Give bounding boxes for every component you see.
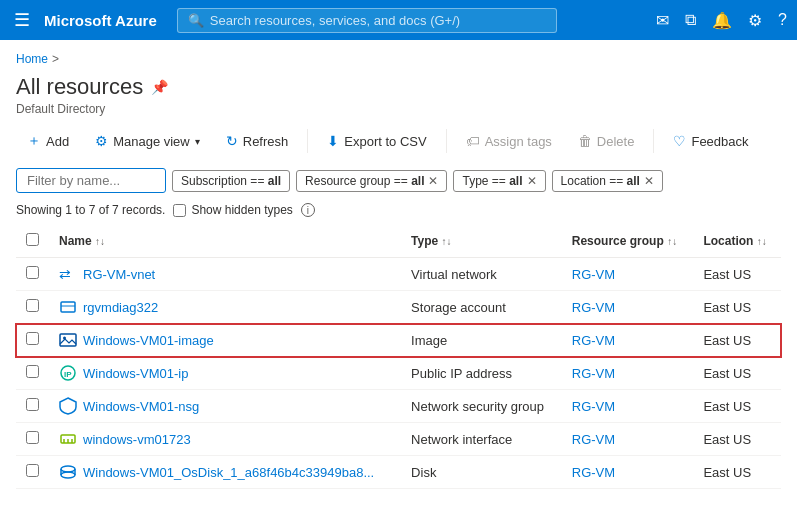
svg-point-11 [61, 466, 75, 472]
feedback-button[interactable]: ♡ Feedback [662, 127, 759, 155]
show-hidden-label[interactable]: Show hidden types [173, 203, 292, 217]
location-filter-tag[interactable]: Location == all ✕ [552, 170, 663, 192]
row-checkbox-cell-2[interactable] [16, 324, 49, 357]
name-sort-icon: ↑↓ [95, 236, 105, 247]
feedback-icon: ♡ [673, 133, 686, 149]
row-location-cell-6: East US [693, 456, 781, 489]
resource-group-link-0[interactable]: RG-VM [572, 267, 615, 282]
resource-name-link-2[interactable]: Windows-VM01-image [83, 333, 214, 348]
row-rg-cell-4: RG-VM [562, 390, 694, 423]
resource-name-link-3[interactable]: Windows-VM01-ip [83, 366, 188, 381]
row-name-cell-6: Windows-VM01_OsDisk_1_a68f46b4c33949ba8.… [49, 456, 401, 489]
resource-group-filter-label: Resource group == all [305, 174, 424, 188]
row-location-cell-2: East US [693, 324, 781, 357]
export-icon: ⬇ [327, 133, 339, 149]
resource-group-link-2[interactable]: RG-VM [572, 333, 615, 348]
search-input[interactable] [210, 13, 546, 28]
svg-rect-3 [60, 334, 76, 346]
main-content: Home > All resources 📌 Default Directory… [0, 40, 797, 521]
resource-type-icon-5 [59, 430, 77, 448]
manage-view-button[interactable]: ⚙ Manage view ▾ [84, 127, 211, 155]
select-all-checkbox[interactable] [26, 233, 39, 246]
row-location-cell-1: East US [693, 291, 781, 324]
column-rg-label: Resource group [572, 234, 667, 248]
export-csv-button[interactable]: ⬇ Export to CSV [316, 127, 437, 155]
table-row: Windows-VM01-nsg Network security group … [16, 390, 781, 423]
row-checkbox-cell-0[interactable] [16, 258, 49, 291]
assign-tags-button[interactable]: 🏷 Assign tags [455, 127, 563, 155]
svg-text:IP: IP [64, 370, 72, 379]
portal-icon[interactable]: ⧉ [685, 11, 696, 29]
location-filter-close[interactable]: ✕ [644, 174, 654, 188]
row-type-cell-5: Network interface [401, 423, 562, 456]
row-name-cell-5: windows-vm01723 [49, 423, 401, 456]
table-row: ⇄ RG-VM-vnet Virtual network RG-VM East … [16, 258, 781, 291]
row-checkbox-cell-5[interactable] [16, 423, 49, 456]
column-type[interactable]: Type ↑↓ [401, 225, 562, 258]
subscription-filter-label: Subscription == all [181, 174, 281, 188]
resource-type-icon-0: ⇄ [59, 265, 77, 283]
toolbar-separator-2 [446, 129, 447, 153]
global-search[interactable]: 🔍 [177, 8, 557, 33]
resource-group-link-3[interactable]: RG-VM [572, 366, 615, 381]
row-checkbox-cell-1[interactable] [16, 291, 49, 324]
toolbar: ＋ Add ⚙ Manage view ▾ ↻ Refresh ⬇ Export… [16, 126, 781, 156]
row-location-cell-4: East US [693, 390, 781, 423]
resource-group-link-6[interactable]: RG-VM [572, 465, 615, 480]
hamburger-icon[interactable]: ☰ [10, 5, 34, 35]
resource-name-link-6[interactable]: Windows-VM01_OsDisk_1_a68f46b4c33949ba8.… [83, 465, 374, 480]
row-checkbox-1[interactable] [26, 299, 39, 312]
row-checkbox-5[interactable] [26, 431, 39, 444]
svg-rect-1 [61, 302, 75, 312]
type-filter-close[interactable]: ✕ [527, 174, 537, 188]
bell-icon[interactable]: 🔔 [712, 11, 732, 30]
resource-type-icon-6 [59, 463, 77, 481]
resource-group-filter-tag[interactable]: Resource group == all ✕ [296, 170, 447, 192]
row-checkbox-2[interactable] [26, 332, 39, 345]
row-checkbox-cell-3[interactable] [16, 357, 49, 390]
resource-group-link-1[interactable]: RG-VM [572, 300, 615, 315]
type-filter-tag[interactable]: Type == all ✕ [453, 170, 545, 192]
resource-name-link-4[interactable]: Windows-VM01-nsg [83, 399, 199, 414]
resource-group-link-5[interactable]: RG-VM [572, 432, 615, 447]
delete-icon: 🗑 [578, 133, 592, 149]
column-resource-group[interactable]: Resource group ↑↓ [562, 225, 694, 258]
email-icon[interactable]: ✉ [656, 11, 669, 30]
filter-by-name-input[interactable] [16, 168, 166, 193]
row-checkbox-3[interactable] [26, 365, 39, 378]
subscription-filter-tag[interactable]: Subscription == all [172, 170, 290, 192]
table-row: windows-vm01723 Network interface RG-VM … [16, 423, 781, 456]
row-type-cell-3: Public IP address [401, 357, 562, 390]
column-name[interactable]: Name ↑↓ [49, 225, 401, 258]
table-row: Windows-VM01_OsDisk_1_a68f46b4c33949ba8.… [16, 456, 781, 489]
settings-icon[interactable]: ⚙ [748, 11, 762, 30]
row-checkbox-cell-4[interactable] [16, 390, 49, 423]
row-type-cell-0: Virtual network [401, 258, 562, 291]
page-title: All resources [16, 74, 143, 100]
resource-name-link-0[interactable]: RG-VM-vnet [83, 267, 155, 282]
row-checkbox-0[interactable] [26, 266, 39, 279]
select-all-header[interactable] [16, 225, 49, 258]
delete-button[interactable]: 🗑 Delete [567, 127, 646, 155]
row-checkbox-cell-6[interactable] [16, 456, 49, 489]
resource-name-link-1[interactable]: rgvmdiag322 [83, 300, 158, 315]
location-sort-icon: ↑↓ [757, 236, 767, 247]
toolbar-separator-1 [307, 129, 308, 153]
show-hidden-checkbox[interactable] [173, 204, 186, 217]
resource-group-filter-close[interactable]: ✕ [428, 174, 438, 188]
resource-name-link-5[interactable]: windows-vm01723 [83, 432, 191, 447]
breadcrumb: Home > [16, 52, 781, 66]
add-button[interactable]: ＋ Add [16, 126, 80, 156]
pin-icon[interactable]: 📌 [151, 79, 168, 95]
azure-logo: Microsoft Azure [44, 12, 157, 29]
row-rg-cell-6: RG-VM [562, 456, 694, 489]
help-icon[interactable]: ? [778, 11, 787, 29]
refresh-button[interactable]: ↻ Refresh [215, 127, 300, 155]
row-checkbox-4[interactable] [26, 398, 39, 411]
row-checkbox-6[interactable] [26, 464, 39, 477]
row-type-cell-2: Image [401, 324, 562, 357]
resource-type-icon-2 [59, 331, 77, 349]
resource-group-link-4[interactable]: RG-VM [572, 399, 615, 414]
column-location[interactable]: Location ↑↓ [693, 225, 781, 258]
breadcrumb-home[interactable]: Home [16, 52, 48, 66]
